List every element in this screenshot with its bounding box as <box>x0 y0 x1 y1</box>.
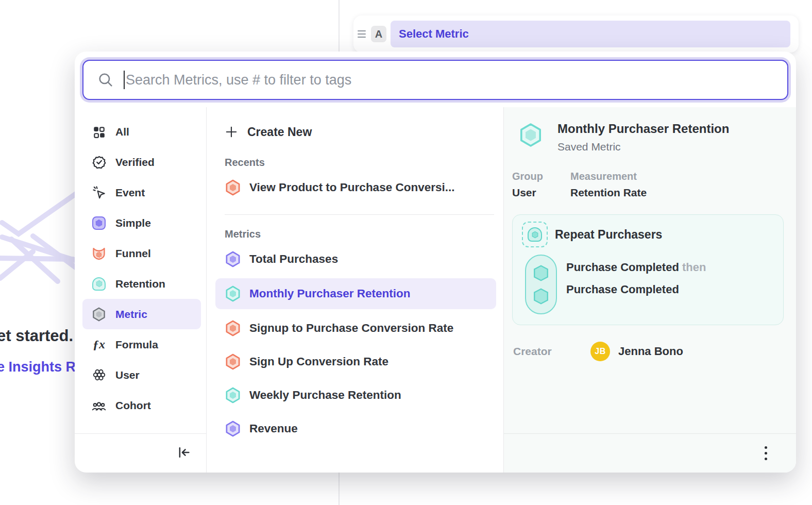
simple-metric-icon <box>92 216 106 230</box>
grid-icon <box>92 125 106 139</box>
definition-step-1: Purchase Completed then <box>566 261 706 274</box>
search-input[interactable] <box>126 72 787 88</box>
sidebar-item-formula[interactable]: ƒx Formula <box>82 329 201 360</box>
user-flower-icon <box>92 368 106 382</box>
search-icon <box>97 71 114 89</box>
metric-hexagon-icon <box>225 320 241 336</box>
metric-item-label: Total Purchases <box>249 252 338 266</box>
sidebar-item-event[interactable]: Event <box>82 177 201 208</box>
metric-item-weekly-purchase-retention[interactable]: Weekly Purchase Retention <box>225 381 503 410</box>
metric-hexagon-icon <box>225 387 241 403</box>
drag-handle-icon[interactable] <box>358 30 368 38</box>
retention-definition-icon <box>522 222 548 247</box>
measurement-label: Measurement <box>570 171 647 182</box>
metric-hexagon-icon <box>225 285 241 302</box>
sidebar-item-user[interactable]: User <box>82 360 201 390</box>
metric-item-revenue[interactable]: Revenue <box>225 414 503 443</box>
picker-content: All Verified <box>75 107 796 473</box>
sidebar-item-retention[interactable]: Retention <box>82 268 201 299</box>
background-headline-fragment: et started. <box>0 327 73 345</box>
sidebar-item-verified[interactable]: Verified <box>82 147 201 177</box>
metric-item-label: Weekly Purchase Retention <box>249 389 401 402</box>
sidebar-item-label: Retention <box>115 278 165 290</box>
sidebar-item-label: Formula <box>115 339 158 351</box>
text-cursor <box>124 71 125 89</box>
formula-fx-icon: ƒx <box>92 338 106 352</box>
metrics-section-label: Metrics <box>225 228 503 240</box>
sidebar-footer <box>75 433 206 473</box>
recent-item-label: View Product to Purchase Conversi... <box>249 181 454 194</box>
metric-hexagon-icon <box>225 420 241 437</box>
create-new-button[interactable]: Create New <box>225 121 503 143</box>
sidebar-item-label: Funnel <box>115 247 151 260</box>
detail-subtitle: Saved Metric <box>557 141 729 153</box>
sidebar-item-label: All <box>115 126 129 138</box>
sidebar-item-label: Cohort <box>115 399 151 412</box>
section-divider <box>225 214 494 215</box>
saved-metric-hexagon-icon <box>518 123 543 147</box>
sidebar-item-simple[interactable]: Simple <box>82 208 201 238</box>
funnel-icon <box>92 246 106 261</box>
retention-icon <box>92 277 106 291</box>
sidebar-item-label: Metric <box>115 308 147 321</box>
group-value: User <box>512 187 559 199</box>
metric-item-label: Sign Up Conversion Rate <box>249 355 388 368</box>
sidebar-item-label: Event <box>115 187 145 199</box>
metric-item-total-purchases[interactable]: Total Purchases <box>225 245 503 274</box>
background-chart-doodle <box>0 190 78 306</box>
creator-label: Creator <box>513 345 590 358</box>
search-field[interactable] <box>82 60 788 100</box>
cohort-people-icon <box>92 398 106 413</box>
sidebar-item-label: Simple <box>115 217 151 229</box>
select-metric-button[interactable]: Select Metric <box>391 21 790 47</box>
metric-hexagon-icon <box>92 307 106 322</box>
sidebar-item-cohort[interactable]: Cohort <box>82 390 201 420</box>
more-options-kebab-icon[interactable] <box>762 443 770 463</box>
create-new-label: Create New <box>247 125 312 139</box>
metric-item-label: Revenue <box>249 422 298 435</box>
funnel-metric-hexagon-icon <box>225 179 241 196</box>
recents-section-label: Recents <box>225 157 503 169</box>
metric-hexagon-icon <box>225 354 241 370</box>
creator-name: Jenna Bono <box>618 345 683 358</box>
background-insights-link-fragment[interactable]: e Insights Re <box>0 359 83 375</box>
recent-item-view-product-to-purchase[interactable]: View Product to Purchase Conversi... <box>225 173 503 202</box>
metric-item-sign-up-conversion-rate[interactable]: Sign Up Conversion Rate <box>225 347 503 376</box>
sidebar-item-funnel[interactable]: Funnel <box>82 238 201 268</box>
metric-row-card: A Select Metric <box>353 15 799 53</box>
metric-detail-panel: Monthly Purchaser Retention Saved Metric… <box>504 107 796 473</box>
metric-selector-screen: et started. e Insights Re A Select Metri… <box>0 0 812 505</box>
group-label: Group <box>512 171 559 182</box>
creator-avatar: JB <box>590 342 610 361</box>
event-sequence-capsule-icon <box>525 255 557 314</box>
metric-item-label: Monthly Purchaser Retention <box>249 287 411 300</box>
metric-hexagon-icon <box>225 251 241 267</box>
collapse-sidebar-icon[interactable] <box>176 445 192 462</box>
sidebar-item-all[interactable]: All <box>82 116 201 147</box>
plus-icon <box>225 125 238 139</box>
metric-item-signup-to-purchase-conversion-rate[interactable]: Signup to Purchase Conversion Rate <box>225 314 503 343</box>
filter-sidebar: All Verified <box>75 107 207 473</box>
verified-badge-icon <box>92 155 106 170</box>
metric-list-column: Create New Recents View Product to Purch… <box>207 107 504 473</box>
detail-title: Monthly Purchaser Retention <box>557 122 729 136</box>
metric-item-label: Signup to Purchase Conversion Rate <box>249 322 453 335</box>
measurement-value: Retention Rate <box>570 187 647 199</box>
step-connector: then <box>682 261 706 274</box>
search-bar <box>82 60 788 100</box>
detail-footer <box>504 433 796 473</box>
sidebar-item-label: User <box>115 369 140 381</box>
sidebar-item-metric[interactable]: Metric <box>82 299 201 329</box>
metric-picker-modal: All Verified <box>75 52 796 473</box>
sidebar-item-label: Verified <box>115 156 155 169</box>
event-cursor-icon <box>92 186 106 200</box>
metric-item-monthly-purchaser-retention[interactable]: Monthly Purchaser Retention <box>215 278 496 309</box>
series-a-badge[interactable]: A <box>371 26 386 42</box>
definition-card: Repeat Purchasers Purchase Completed the… <box>512 214 784 325</box>
definition-step-2: Purchase Completed <box>566 283 706 296</box>
creator-row: Creator JB Jenna Bono <box>512 342 784 361</box>
definition-name: Repeat Purchasers <box>555 228 662 242</box>
